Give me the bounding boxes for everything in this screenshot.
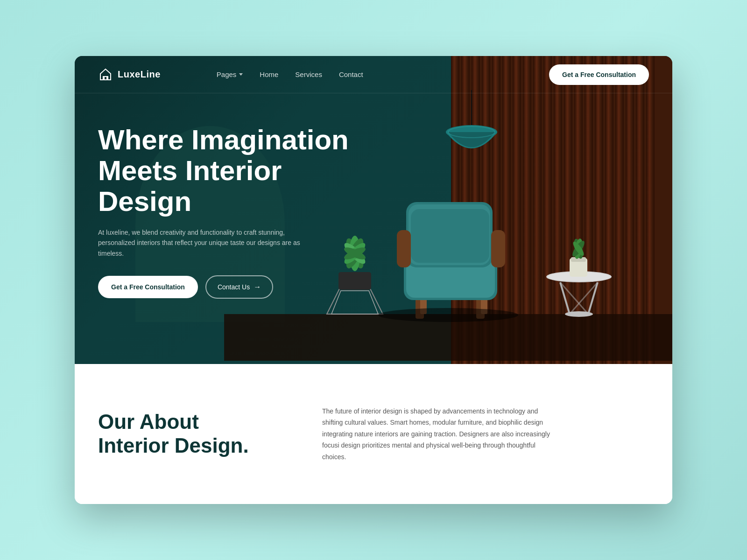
nav-pages[interactable]: Pages [217, 70, 243, 78]
svg-rect-13 [491, 230, 505, 267]
arrow-right-icon: → [254, 283, 261, 291]
svg-point-21 [565, 311, 593, 317]
about-body: The future of interior design is shaped … [322, 406, 556, 463]
brand-name: LuxeLine [118, 69, 161, 80]
home-icon [98, 67, 113, 82]
about-section: Our About Interior Design. The future of… [75, 364, 672, 504]
svg-rect-14 [411, 209, 489, 263]
chevron-down-icon [239, 73, 243, 76]
svg-rect-12 [397, 230, 411, 267]
about-left: Our About Interior Design. [98, 410, 285, 457]
nav-cta-button[interactable]: Get a Free Consultation [549, 64, 649, 85]
svg-rect-39 [104, 77, 107, 80]
hero-section: LuxeLine Pages Home Services Contact [75, 56, 672, 364]
hero-content: Where Imagination Meets Interior Design … [98, 125, 359, 299]
nav-cta-container: Get a Free Consultation [549, 64, 649, 85]
about-title: Our About Interior Design. [98, 410, 285, 457]
contact-us-button[interactable]: Contact Us → [205, 275, 273, 299]
hero-subtitle: At luxeline, we blend creativity and fun… [98, 227, 313, 259]
nav-contact[interactable]: Contact [339, 70, 363, 79]
nav-home[interactable]: Home [260, 70, 278, 79]
navbar: LuxeLine Pages Home Services Contact [75, 56, 672, 93]
logo: LuxeLine [98, 67, 161, 82]
nav-services[interactable]: Services [295, 70, 322, 79]
hero-buttons: Get a Free Consultation Contact Us → [98, 275, 359, 299]
nav-links: Pages Home Services Contact [217, 70, 363, 79]
browser-window: LuxeLine Pages Home Services Contact [75, 56, 672, 504]
get-consultation-button[interactable]: Get a Free Consultation [98, 276, 198, 298]
svg-point-38 [378, 308, 518, 322]
hero-title: Where Imagination Meets Interior Design [98, 125, 359, 217]
about-right: The future of interior design is shaped … [322, 406, 556, 463]
